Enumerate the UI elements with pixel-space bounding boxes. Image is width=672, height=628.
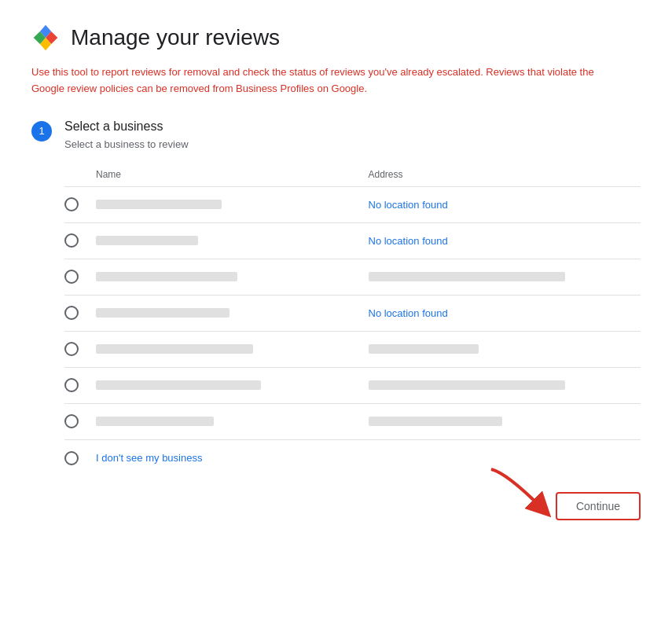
name-placeholder-7 xyxy=(96,417,214,426)
col-name-header: Name xyxy=(96,169,369,180)
step-subtitle: Select a business to review xyxy=(64,138,641,150)
name-placeholder-4 xyxy=(96,308,230,318)
radio-button-7[interactable] xyxy=(64,414,79,428)
no-location-text-1: No location found xyxy=(369,199,448,211)
radio-col-6[interactable] xyxy=(64,378,96,392)
radio-col-7[interactable] xyxy=(64,414,96,428)
address-col-7 xyxy=(369,417,641,426)
name-placeholder-2 xyxy=(96,236,198,245)
radio-button-6[interactable] xyxy=(64,378,79,392)
address-col-4: No location found xyxy=(369,307,641,319)
step-section: 1 Select a business Select a business to… xyxy=(31,119,641,520)
address-placeholder-3 xyxy=(369,272,565,281)
step-title: Select a business xyxy=(64,119,641,134)
bottom-actions: Continue xyxy=(64,492,641,520)
address-col-5 xyxy=(369,344,641,354)
name-placeholder-6 xyxy=(96,380,261,390)
table-row: No location found xyxy=(64,187,641,223)
radio-button-5[interactable] xyxy=(64,342,79,356)
step-content: Select a business Select a business to r… xyxy=(64,119,641,520)
table-row: No location found xyxy=(64,296,641,332)
address-col-3 xyxy=(369,272,641,281)
name-placeholder-1 xyxy=(96,200,222,209)
radio-button-dont-see[interactable] xyxy=(64,451,79,465)
table-row xyxy=(64,368,641,404)
table-header: Name Address xyxy=(64,163,641,187)
name-col-2 xyxy=(96,236,369,245)
continue-button[interactable]: Continue xyxy=(556,492,641,520)
table-row xyxy=(64,332,641,368)
address-placeholder-6 xyxy=(369,380,565,390)
dont-see-label[interactable]: I don't see my business xyxy=(96,452,641,464)
radio-col-5[interactable] xyxy=(64,342,96,356)
address-placeholder-5 xyxy=(369,344,479,354)
name-col-1 xyxy=(96,200,369,209)
address-col-6 xyxy=(369,380,641,390)
col-address-header: Address xyxy=(369,169,641,180)
table-row xyxy=(64,259,641,296)
page-title: Manage your reviews xyxy=(71,25,280,50)
radio-button-1[interactable] xyxy=(64,197,79,211)
radio-button-2[interactable] xyxy=(64,233,79,248)
name-placeholder-5 xyxy=(96,344,253,354)
name-col-3 xyxy=(96,272,369,281)
step-badge: 1 xyxy=(31,121,52,141)
description-text: Use this tool to report reviews for remo… xyxy=(31,64,597,97)
no-location-text-4: No location found xyxy=(369,307,448,319)
address-col-1: No location found xyxy=(369,199,641,211)
radio-col-2[interactable] xyxy=(64,233,96,248)
name-col-7 xyxy=(96,417,369,426)
arrow-annotation xyxy=(483,465,562,520)
page-header: Manage your reviews xyxy=(31,24,641,52)
radio-button-4[interactable] xyxy=(64,306,79,320)
radio-button-3[interactable] xyxy=(64,270,79,284)
radio-col-4[interactable] xyxy=(64,306,96,320)
radio-col-1[interactable] xyxy=(64,197,96,211)
table-row: No location found xyxy=(64,223,641,259)
google-places-icon xyxy=(31,24,60,52)
no-location-text-2: No location found xyxy=(369,235,448,247)
name-col-6 xyxy=(96,380,369,390)
table-row xyxy=(64,404,641,440)
radio-col-3[interactable] xyxy=(64,270,96,284)
radio-col-dont-see[interactable] xyxy=(64,451,96,465)
name-placeholder-3 xyxy=(96,272,237,281)
address-placeholder-7 xyxy=(369,417,502,426)
address-col-2: No location found xyxy=(369,235,641,247)
name-col-5 xyxy=(96,344,369,354)
name-col-4 xyxy=(96,308,369,318)
